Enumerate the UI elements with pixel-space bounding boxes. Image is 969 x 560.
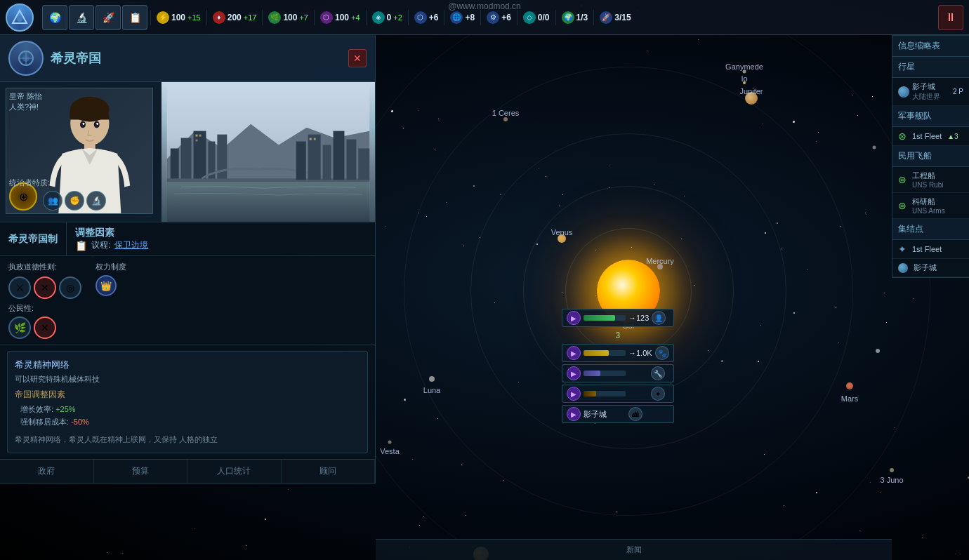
agenda-label: 议程: <box>91 239 110 251</box>
icon-tech[interactable]: 🔬 <box>69 5 94 30</box>
ethic-icon-3[interactable]: ◎ <box>59 276 81 299</box>
svg-rect-26 <box>358 149 369 180</box>
adj-item[interactable]: 📋 议程: 保卫边境 <box>75 239 367 251</box>
luna-popup: ▶ →123 👤 3 ▶ →1.0K 🐾 ▶ 🔧 ▶ ✦ ▶ 影子城 <box>562 309 674 423</box>
adj-section: 调整因素 📋 议程: 保卫边境 <box>66 222 375 255</box>
agenda-value[interactable]: 保卫边境 <box>114 239 148 251</box>
venus-label: Venus <box>551 228 573 236</box>
svg-rect-19 <box>217 135 227 180</box>
science-icon: ⊛ <box>898 200 907 211</box>
resource-amenities[interactable]: ◇ 0/0 <box>517 10 555 25</box>
popup-row-res[interactable]: ▶ →1.0K 🐾 <box>562 344 674 362</box>
right-item-rally-shadow[interactable]: 影子城 <box>892 259 969 277</box>
gov-col: 希灵帝国制 <box>0 222 66 255</box>
popup-row-pop[interactable]: ▶ →123 👤 <box>562 309 674 327</box>
popup-res-bar <box>584 350 626 356</box>
resource-energy[interactable]: ⚡ 100 +15 <box>150 10 206 25</box>
popup-res-val: →1.0K <box>628 349 652 357</box>
top-bar: 🌍 🔬 🚀 📋 ⚡ 100 +15 ♦ 200 +17 🌿 100 +7 ⬡ 1… <box>0 0 969 35</box>
influence-icon: 🌐 <box>450 11 463 24</box>
amenities-icon: ◇ <box>523 11 536 24</box>
game-logo[interactable] <box>6 4 34 32</box>
right-item-rally-1st[interactable]: ✦ 1st Fleet <box>892 240 969 259</box>
planet-outer1[interactable] <box>876 349 880 353</box>
tab-budget[interactable]: 预算 <box>94 460 188 483</box>
right-item-fleet-1st[interactable]: ⊛ 1st Fleet ▲3 <box>892 127 969 146</box>
planet-vesta[interactable] <box>388 441 392 444</box>
energy-value: 100 <box>171 13 185 22</box>
bottom-bar: 新闻 <box>376 539 892 560</box>
right-title-info: 信息缩略表 <box>892 36 969 57</box>
civics-label: 公民性: <box>8 303 81 314</box>
resource-consumer[interactable]: ◈ 0 +2 <box>366 10 408 25</box>
resource-influence[interactable]: 🌐 +8 <box>444 10 480 25</box>
fleets-res-icon: 🚀 <box>600 11 612 24</box>
popup-res-right: 🐾 <box>655 346 669 360</box>
resource-fleets[interactable]: 🚀 3/15 <box>593 10 636 25</box>
popup-number-row: 3 <box>562 329 674 342</box>
rally-fleet-name: 1st Fleet <box>912 245 942 253</box>
resource-tech[interactable]: ⚙ +6 <box>480 10 517 25</box>
minerals-income: +17 <box>244 13 257 22</box>
planet-outer2[interactable] <box>873 146 876 149</box>
planet-name-shadow: 影子城 <box>912 81 940 92</box>
popup-row-star[interactable]: ▶ ✦ <box>562 385 674 403</box>
right-title-planets: 行星 <box>892 57 969 78</box>
resource-food[interactable]: 🌿 100 +7 <box>262 10 314 25</box>
right-title-military: 军事舰队 <box>892 106 969 127</box>
civic-icon-2[interactable]: ✕ <box>34 316 56 339</box>
icon-fleets[interactable]: 🚀 <box>95 5 121 30</box>
right-item-planet-shadow[interactable]: 影子城 大陆世界 2 P <box>892 78 969 106</box>
ethic-icon-1[interactable]: ⚔ <box>8 276 31 299</box>
popup-row-city[interactable]: ▶ 影子城 🏙 <box>562 405 674 423</box>
tab-advisor[interactable]: 顾问 <box>282 460 376 483</box>
rally-fleet-icon: ✦ <box>898 244 907 255</box>
icon-planets[interactable]: 🌍 <box>42 5 67 30</box>
alloys-icon: ⬡ <box>320 11 333 24</box>
power-section: 权力制度 👑 <box>95 262 126 339</box>
popup-tool-icon: ▶ <box>567 366 581 380</box>
desc-effects-header: 帝国调整因素 <box>15 389 360 401</box>
influence-value: +8 <box>465 13 475 22</box>
ethics-icons: ⚔ ✕ ◎ <box>8 276 81 299</box>
close-button[interactable]: ✕ <box>348 49 367 67</box>
tab-population[interactable]: 人口统计 <box>187 460 282 483</box>
leader-portrait[interactable]: 皇帝 陈怡 人类?神! <box>6 88 153 214</box>
trait-icons: 👥 ✊ 🔬 <box>43 191 106 211</box>
right-item-engineer[interactable]: ⊛ 工程船 UNS Rubi <box>892 167 969 193</box>
pause-button[interactable]: ⏸ <box>938 5 963 30</box>
trait-icon-2: ✊ <box>65 191 84 211</box>
planet-ceres[interactable] <box>503 117 508 121</box>
civic-icon-1[interactable]: 🌿 <box>8 316 31 339</box>
amenities-value: 0/0 <box>538 13 550 22</box>
ethic-icon-2[interactable]: ✕ <box>34 276 56 299</box>
svg-rect-23 <box>323 145 331 180</box>
trait-icon-1: 👥 <box>43 191 62 211</box>
planet-mars[interactable] <box>846 382 853 389</box>
right-item-science[interactable]: ⊛ 科研船 UNS Arms <box>892 193 969 219</box>
popup-tool-right: 🔧 <box>651 366 665 380</box>
consumer-icon: ◈ <box>372 11 385 24</box>
luna-label: Luna <box>423 386 440 394</box>
leader-info: 皇帝 陈怡 人类?神! <box>0 82 162 222</box>
tech-value: +6 <box>501 13 511 22</box>
planet-juno[interactable] <box>890 468 894 472</box>
engineer-icon: ⊛ <box>898 174 907 185</box>
resource-housing[interactable]: 🌍 1/3 <box>555 10 594 25</box>
consumer-income: +2 <box>393 13 402 22</box>
consumer-value: 0 <box>387 13 392 22</box>
desc-stat-1: 增长效率: +25% <box>15 404 360 416</box>
resource-alloys[interactable]: ⬡ 100 +4 <box>314 10 366 25</box>
power-icon[interactable]: 👑 <box>95 275 117 296</box>
resource-minerals[interactable]: ♦ 200 +17 <box>206 10 263 25</box>
leader-name-overlay: 皇帝 陈怡 人类?神! <box>9 91 42 113</box>
icon-policies[interactable]: 📋 <box>122 5 147 30</box>
minerals-icon: ♦ <box>213 11 225 24</box>
ethics-section: 执政道德性则: ⚔ ✕ ◎ 公民性: 🌿 ✕ <box>8 262 81 339</box>
ceres-label: 1 Ceres <box>492 109 520 117</box>
resource-unity[interactable]: ⬡ +6 <box>408 10 444 25</box>
popup-row-tool[interactable]: ▶ 🔧 <box>562 364 674 382</box>
svg-point-1 <box>17 16 22 22</box>
tab-government[interactable]: 政府 <box>0 460 94 483</box>
planet-luna[interactable] <box>429 376 435 382</box>
